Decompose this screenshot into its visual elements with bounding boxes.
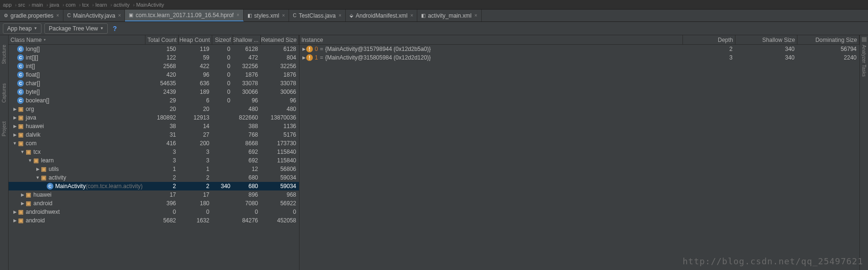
- chevron-down-icon: ▼: [33, 26, 37, 30]
- class-tree-row[interactable]: Cbyte[]243918903006630066: [9, 88, 299, 96]
- editor-tab[interactable]: CMainActivity.java×: [63, 10, 125, 21]
- class-tree-row[interactable]: Cchar[]5463563603307833078: [9, 79, 299, 88]
- col-total-count[interactable]: Total Count: [145, 35, 179, 44]
- expand-icon[interactable]: ▶: [20, 192, 25, 197]
- class-tree-rows[interactable]: Clong[]150119061286128Cint[][]1225904728…: [9, 45, 299, 270]
- class-tree-row[interactable]: Cint[]256842203225632256: [9, 62, 299, 70]
- col-shallow[interactable]: Shallow ...: [233, 35, 261, 44]
- col-retained[interactable]: Retained Size: [261, 35, 299, 44]
- instance-row[interactable]: ▶!1={MainActivity@315805984 (0x12d2d120)…: [300, 53, 859, 62]
- expand-icon[interactable]: ▶: [12, 124, 17, 129]
- expand-icon[interactable]: ▶: [301, 47, 306, 51]
- expand-icon[interactable]: ▼: [12, 141, 17, 146]
- tool-window-tab[interactable]: Structure: [1, 45, 7, 64]
- col-depth[interactable]: Depth: [683, 35, 735, 44]
- class-tree-row[interactable]: Cboolean[]29609696: [9, 96, 299, 105]
- expand-icon[interactable]: ▶: [301, 55, 306, 60]
- breadcrumb-item[interactable]: MainActivity: [136, 2, 164, 8]
- close-icon[interactable]: ×: [237, 12, 239, 18]
- editor-tab[interactable]: ◧activity_main.xml×: [417, 10, 481, 21]
- expand-icon[interactable]: ▶: [20, 201, 25, 206]
- close-icon[interactable]: ×: [56, 13, 59, 18]
- cell-sizeof: 0: [212, 89, 233, 95]
- class-tree-row[interactable]: ▶▣huawei38143881136: [9, 122, 299, 130]
- class-tree-row[interactable]: ▼▣tcx33692115840: [9, 148, 299, 156]
- instance-rows[interactable]: ▶!0={MainActivity@315798944 (0x12d2b5a0)…: [300, 45, 859, 270]
- row-label: android: [33, 200, 52, 207]
- view-select[interactable]: Package Tree View ▼: [44, 23, 108, 34]
- cell-sizeof: 340: [212, 183, 233, 190]
- cell-retained: 96: [261, 97, 299, 104]
- expand-icon[interactable]: ▼: [28, 158, 32, 163]
- col-heap-count[interactable]: Heap Count: [179, 35, 212, 44]
- breadcrumb-item[interactable]: activity: [114, 2, 130, 8]
- class-tree-row[interactable]: ▶▣androidhwext0000: [9, 208, 299, 216]
- cell-shallow: 896: [233, 191, 261, 198]
- class-tree-row[interactable]: ▶▣android5682163284276452058: [9, 216, 299, 225]
- package-icon: ▣: [17, 209, 24, 215]
- breadcrumb-item[interactable]: src: [18, 2, 25, 8]
- file-type-icon: C: [67, 13, 71, 18]
- editor-tab[interactable]: ◧styles.xml×: [244, 10, 289, 21]
- expand-icon[interactable]: ▼: [20, 150, 25, 154]
- class-tree-row[interactable]: ▼▣com4162008668173730: [9, 139, 299, 148]
- class-tree-row[interactable]: ▶▣utils111256806: [9, 165, 299, 173]
- breadcrumb-item[interactable]: tcx: [82, 2, 89, 8]
- expand-icon[interactable]: ▶: [12, 132, 17, 137]
- cell-total: 396: [145, 200, 179, 207]
- col-class-name[interactable]: Class Name ▼: [9, 35, 145, 44]
- editor-tab[interactable]: CTestClass.java×: [289, 10, 345, 21]
- col-instance[interactable]: Instance: [300, 35, 683, 44]
- breadcrumb-item[interactable]: main: [31, 2, 43, 8]
- tool-window-tab[interactable]: Captures: [1, 83, 7, 103]
- class-tree-row[interactable]: ▶▣dalvik31277685176: [9, 130, 299, 139]
- editor-tab[interactable]: ▣com.tcx.learn_2017.11.09_16.54.hprof×: [125, 10, 243, 21]
- class-tree-row[interactable]: ▶▣org2020480480: [9, 105, 299, 113]
- class-tree-row[interactable]: ▶▣android396180708056922: [9, 199, 299, 208]
- expand-icon[interactable]: ▶: [12, 115, 17, 120]
- tab-label: AndroidManifest.xml: [356, 12, 408, 19]
- close-icon[interactable]: ×: [410, 13, 413, 18]
- instance-index: 1: [315, 54, 318, 61]
- class-tree-row[interactable]: ▶▣java1808921291382266013870036: [9, 113, 299, 122]
- expand-icon[interactable]: ▶: [12, 210, 17, 214]
- instance-row[interactable]: ▶!0={MainActivity@315798944 (0x12d2b5a0)…: [300, 45, 859, 53]
- package-icon: ▣: [25, 191, 31, 198]
- close-icon[interactable]: ×: [118, 13, 121, 18]
- expand-icon[interactable]: ▼: [35, 175, 40, 180]
- class-tree-row[interactable]: ▼▣learn33692115840: [9, 156, 299, 165]
- close-icon[interactable]: ×: [475, 13, 477, 18]
- close-icon[interactable]: ×: [339, 13, 341, 18]
- help-icon[interactable]: ?: [113, 25, 117, 32]
- class-tree-row[interactable]: ▼▣activity2268059034: [9, 173, 299, 182]
- expand-icon[interactable]: ▶: [12, 218, 17, 223]
- close-icon[interactable]: ×: [282, 13, 285, 18]
- file-type-icon: ⬙: [350, 13, 353, 18]
- expand-icon[interactable]: ▶: [35, 167, 40, 171]
- class-tree-row[interactable]: ▶▣huawei1717896968: [9, 190, 299, 199]
- breadcrumb-item[interactable]: app: [3, 2, 11, 8]
- editor-tab[interactable]: ⚙gradle.properties×: [0, 10, 63, 21]
- tool-window-tab[interactable]: Project: [1, 121, 7, 136]
- analyzer-tasks-label[interactable]: Analyzer Tasks: [861, 45, 867, 77]
- file-type-icon: ⚙: [4, 13, 8, 18]
- class-tree-row[interactable]: Cfloat[]42096018761876: [9, 70, 299, 79]
- breadcrumb-item[interactable]: com: [66, 2, 76, 8]
- class-tree-row[interactable]: CMainActivity (com.tcx.learn.activity)22…: [9, 182, 299, 190]
- breadcrumb-item[interactable]: learn: [95, 2, 107, 8]
- cell-heap: 1632: [179, 217, 212, 224]
- package-icon: ▣: [25, 200, 31, 207]
- class-tree-row[interactable]: Clong[]150119061286128: [9, 45, 299, 53]
- col-dominating-size[interactable]: Dominating Size: [797, 35, 859, 44]
- class-tree-row[interactable]: Cint[][]122590472804: [9, 53, 299, 62]
- analyzer-tasks-icon[interactable]: [862, 37, 867, 42]
- package-icon: ▣: [17, 114, 24, 121]
- col-shallow-size[interactable]: Shallow Size: [735, 35, 797, 44]
- col-sizeof[interactable]: Sizeof: [212, 35, 233, 44]
- editor-tab[interactable]: ⬙AndroidManifest.xml×: [346, 10, 418, 21]
- row-label: long[]: [26, 46, 40, 52]
- heap-select[interactable]: App heap ▼: [3, 23, 41, 34]
- cell-shallow: 32256: [233, 63, 261, 70]
- breadcrumb-item[interactable]: java: [50, 2, 59, 8]
- expand-icon[interactable]: ▶: [12, 107, 17, 111]
